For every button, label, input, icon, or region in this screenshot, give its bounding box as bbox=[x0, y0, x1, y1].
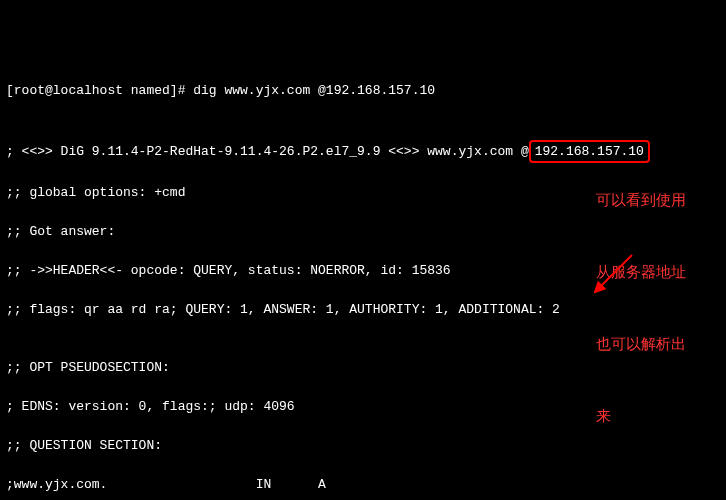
question-row: ;www.yjx.com. IN A bbox=[6, 475, 720, 495]
annotation-line-1: 可以看到使用 bbox=[596, 188, 716, 212]
dig-version-text: ; <<>> DiG 9.11.4-P2-RedHat-9.11.4-26.P2… bbox=[6, 144, 529, 159]
annotation-arrow-icon bbox=[571, 230, 621, 280]
svg-line-0 bbox=[595, 255, 632, 292]
annotation-line-3: 也可以解析出 bbox=[596, 332, 716, 356]
annotation-line-4: 来 bbox=[596, 404, 716, 428]
shell-prompt[interactable]: [root@localhost named]# dig www.yjx.com … bbox=[6, 81, 720, 101]
